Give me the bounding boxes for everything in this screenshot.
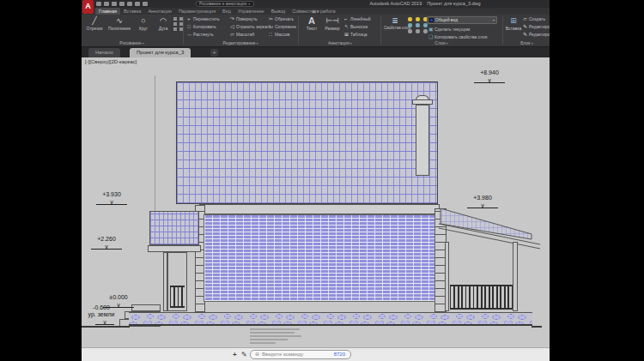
left-porch-roof bbox=[149, 211, 199, 245]
dimension-button[interactable]: ⊢⊣ Размер bbox=[322, 15, 343, 31]
left-balustrade bbox=[170, 286, 185, 308]
text-button[interactable]: A Текст bbox=[303, 15, 320, 31]
right-porch-post-left bbox=[445, 242, 449, 311]
autocad-window: A Рисование и аннотации Autodesk AutoCAD… bbox=[82, 0, 550, 361]
layer-off-icon bbox=[408, 29, 412, 33]
arc-button[interactable]: ◠ Дуга bbox=[154, 15, 173, 31]
trim-icon: ✂ bbox=[269, 15, 275, 23]
copy-button[interactable]: □Копировать bbox=[187, 23, 228, 31]
tab-output[interactable]: Вывод bbox=[268, 8, 289, 15]
window-title: Autodesk AutoCAD 2019Проект для курса_3.… bbox=[339, 1, 511, 6]
dimension-icon: ⊢⊣ bbox=[322, 15, 343, 26]
right-porch-roof bbox=[437, 203, 544, 255]
make-current-button[interactable]: ▣Сделать текущим bbox=[428, 26, 499, 33]
file-tab-document[interactable]: Проект для курса_3 bbox=[130, 48, 191, 57]
arc-icon: ◠ bbox=[154, 15, 173, 26]
screenshot-stage: A Рисование и аннотации Autodesk AutoCAD… bbox=[0, 0, 644, 361]
tab-view[interactable]: Вид bbox=[219, 8, 234, 15]
ground-line-left bbox=[82, 326, 130, 328]
leader-button[interactable]: ↖Выноска bbox=[344, 23, 379, 31]
panel-label-draw[interactable]: Рисование bbox=[82, 40, 182, 45]
plot-icon[interactable] bbox=[127, 2, 132, 6]
tab-annotate[interactable]: Аннотации bbox=[144, 8, 175, 15]
command-options-icon[interactable]: ⊖ bbox=[255, 352, 259, 357]
scale-button[interactable]: ▱Масштаб bbox=[230, 31, 273, 39]
new-tab-button[interactable]: + bbox=[210, 49, 218, 57]
save-icon[interactable] bbox=[112, 2, 117, 6]
stretch-icon: ↔ bbox=[187, 31, 193, 39]
viewport-controls[interactable]: [-][Сверху][2D-каркас] bbox=[85, 59, 137, 64]
edit-attributes-button[interactable]: ✎Редактировать ат bbox=[523, 31, 550, 39]
left-porch-fascia bbox=[148, 245, 201, 252]
move-button[interactable]: +Переместить bbox=[187, 15, 228, 23]
tab-parametric[interactable]: Параметризация bbox=[175, 8, 219, 15]
layer-state-icons[interactable] bbox=[408, 17, 428, 33]
panel-label-layers[interactable]: Слои bbox=[382, 40, 501, 45]
create-block-button[interactable]: ▱Создать bbox=[523, 15, 550, 23]
line-button[interactable]: ╱ Отрезок bbox=[83, 15, 106, 31]
ground-line-right bbox=[532, 326, 542, 328]
linear-dim-button[interactable]: ⌐Линейный bbox=[344, 15, 379, 23]
fillet-icon: ◝ bbox=[269, 23, 275, 31]
edit-block-icon: ✎ bbox=[523, 23, 529, 31]
move-icon: + bbox=[187, 15, 193, 23]
panel-label-annotate[interactable]: Аннотации bbox=[301, 40, 380, 45]
workspace-switcher[interactable]: Рисование и аннотации bbox=[196, 1, 254, 7]
elevation-tick-icon bbox=[91, 243, 122, 250]
fillet-button[interactable]: ◝Сопряжение bbox=[269, 23, 296, 31]
stretch-button[interactable]: ↔Растянуть bbox=[187, 31, 228, 39]
elevation-tick-icon bbox=[467, 202, 498, 208]
layer-dropdown[interactable]: Общий вид bbox=[427, 16, 497, 24]
command-input[interactable]: ⊖Введите команду 8720 bbox=[250, 350, 351, 359]
make-current-icon: ▣ bbox=[428, 26, 434, 33]
table-icon: ⊞ bbox=[344, 31, 350, 39]
brick-wall bbox=[204, 214, 435, 302]
file-tab-start[interactable]: Начало bbox=[88, 48, 120, 57]
new-icon[interactable] bbox=[96, 2, 101, 6]
tab-insert[interactable]: Вставка bbox=[120, 8, 144, 15]
polyline-icon: ∿ bbox=[106, 15, 132, 26]
ribbon-tab-row: Главная Вставка Аннотации Параметризация… bbox=[82, 8, 550, 15]
tab-home[interactable]: Главная bbox=[95, 8, 120, 15]
panel-label-block[interactable]: Блок bbox=[504, 40, 550, 45]
file-tab-bar: Начало Проект для курса_3 + bbox=[82, 47, 550, 57]
array-button[interactable]: ∷Массив bbox=[269, 31, 296, 39]
layer-properties-button[interactable]: ≣ Свойства слоя bbox=[384, 15, 406, 31]
circle-icon: ○ bbox=[134, 15, 153, 26]
quick-access-toolbar[interactable] bbox=[96, 2, 148, 6]
linear-dim-icon: ⌐ bbox=[344, 15, 350, 23]
elevation-mark-roof: +8.940 bbox=[470, 69, 509, 83]
polyline-button[interactable]: ∿ Полилиния bbox=[106, 15, 132, 31]
array-icon: ∷ bbox=[269, 31, 275, 39]
tab-manage[interactable]: Управление bbox=[234, 8, 268, 15]
trim-button[interactable]: ✂Обрезать bbox=[269, 15, 296, 23]
roof-fascia bbox=[199, 204, 440, 214]
open-icon[interactable] bbox=[104, 2, 109, 6]
saveas-icon[interactable] bbox=[119, 2, 125, 6]
crosshair-icon[interactable]: + bbox=[233, 351, 237, 359]
circle-button[interactable]: ○ Круг bbox=[134, 15, 153, 31]
mirror-icon: ◁ bbox=[230, 23, 236, 31]
rotate-button[interactable]: ↷Повернуть bbox=[230, 15, 273, 23]
right-porch-post-right bbox=[513, 242, 518, 311]
drawing-canvas[interactable]: [-][Сверху][2D-каркас] bbox=[82, 57, 550, 347]
redo-icon[interactable] bbox=[143, 2, 148, 6]
customize-icon[interactable]: ✎ bbox=[241, 351, 247, 359]
line-icon: ╱ bbox=[83, 15, 106, 26]
foundation bbox=[129, 312, 532, 326]
mirror-button[interactable]: ◁Отразить зеркально bbox=[230, 23, 273, 31]
panel-layers: ≣ Свойства слоя Общий вид ▣Сделать текущ… bbox=[382, 15, 501, 46]
ribbon-options-icon[interactable]: ▣ ▾ bbox=[312, 9, 319, 14]
elevation-tick-icon bbox=[96, 198, 127, 205]
panel-label-modify[interactable]: Редактирование bbox=[185, 40, 296, 45]
table-button[interactable]: ⊞Таблица bbox=[344, 31, 379, 39]
autocad-logo-icon[interactable]: A bbox=[82, 0, 94, 14]
create-block-icon: ▱ bbox=[523, 15, 529, 23]
leader-icon: ↖ bbox=[344, 23, 350, 31]
projection-line bbox=[155, 75, 155, 211]
insert-block-button[interactable]: ⊞ Вставка bbox=[505, 15, 522, 31]
edit-block-button[interactable]: ✎Редактировать bbox=[523, 23, 550, 31]
chevron-down-icon bbox=[246, 1, 250, 6]
undo-icon[interactable] bbox=[135, 2, 140, 6]
insert-block-icon: ⊞ bbox=[505, 15, 522, 26]
